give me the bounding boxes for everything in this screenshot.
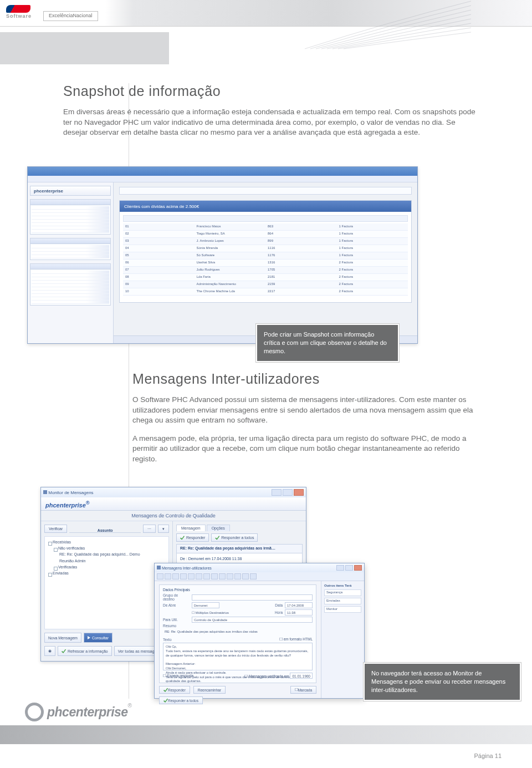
section2-paragraph1: O Software PHC Advanced possui um sistem… xyxy=(132,395,482,426)
excelencia-badge: ExcelênciaNacional xyxy=(43,11,98,21)
footer-logo: phcenterprise® xyxy=(25,703,132,721)
hora-field[interactable]: 11:38 xyxy=(285,609,313,616)
responder-todos-button[interactable]: Responder a todos xyxy=(159,696,203,704)
brand-phcenterprise: phcenterprise xyxy=(30,186,111,196)
table-row[interactable]: 04Sónia Miranda11161 Factura xyxy=(123,245,408,252)
toolbar-btn[interactable]: ▾ xyxy=(158,525,169,533)
callout-snapshot: Pode criar um Snapshot com informação cr… xyxy=(256,324,399,362)
table-row[interactable]: 08Lda Faria21812 Factura xyxy=(123,274,408,281)
texto-field[interactable]: Olá Cp, Tudo bem, estava na esperança de… xyxy=(163,643,313,670)
table-row[interactable]: 07João Rodrigues17052 Factura xyxy=(123,267,408,274)
toolbar[interactable] xyxy=(155,572,364,581)
panel-title: Clientes com dívidas acima de 2.500€ xyxy=(120,201,411,212)
tree-nao-verificadas: Não verificadas xyxy=(53,545,166,551)
tree-item: Reunião Admin xyxy=(47,558,166,564)
de-field[interactable]: Demonet xyxy=(192,602,219,608)
tree-recebidas: Recebidas xyxy=(47,539,166,545)
reencaminhar-button[interactable]: Reencaminhar xyxy=(193,686,226,694)
section1-title: Snapshot de informação xyxy=(63,83,482,99)
section2-title: Mensagens Inter-utilizadores xyxy=(132,371,482,387)
page-number: Página 11 xyxy=(474,752,502,759)
message-subject: RE: Re: Qualidade das peças adquiridas a… xyxy=(176,544,303,553)
footer-stripe xyxy=(0,725,532,744)
table-row[interactable]: 09Administração Nascimento21592 Factura xyxy=(123,281,408,288)
para-field[interactable]: Controlo de Qualidade xyxy=(192,617,313,623)
tab-mensagem[interactable]: Mensagem xyxy=(176,525,206,531)
responder-button[interactable]: Responder xyxy=(159,686,190,694)
nova-mensagem-button[interactable]: Nova Mensagem xyxy=(44,633,81,643)
data-field[interactable]: 17.04.2008 xyxy=(285,602,313,608)
phc-logo: Software xyxy=(6,5,32,19)
icon-button[interactable]: ◉ xyxy=(44,646,55,656)
assunto-label: Assunto xyxy=(69,528,141,533)
tree-verificadas: Verificadas xyxy=(53,564,166,570)
section1-paragraph: Em diversas áreas é necessário que a inf… xyxy=(63,107,482,138)
tree-item: RE: Re: Qualidade das peças adquirid... … xyxy=(47,551,166,557)
tab-opcoes[interactable]: Opções xyxy=(207,525,230,531)
side-item[interactable]: Monitor xyxy=(324,606,361,613)
verificar-button[interactable]: Verificar xyxy=(44,525,67,533)
center-label: Mensagens de Controlo de Qualidade xyxy=(41,511,306,521)
screenshot-mensagens-inter-utilizadores: Mensagens Inter-utilizadores Dados Princ… xyxy=(154,563,365,699)
side-header: Outros itens Terá xyxy=(324,584,361,587)
window-title: Mensagens Inter-utilizadores xyxy=(162,566,212,570)
tree-enviadas: Enviadas xyxy=(47,570,166,576)
screenshot-snapshot-navegador: phcenterprise Clientes com dívidas acima… xyxy=(27,166,418,344)
side-item[interactable]: Enviadas xyxy=(324,598,361,604)
consultar-button[interactable]: Consultar xyxy=(84,633,112,643)
header-secondary-band xyxy=(0,32,169,64)
table-row[interactable]: 10The Chrome Machine Lda22172 Factura xyxy=(123,288,408,296)
table-row[interactable]: 06Uashat Silva13162 Factura xyxy=(123,260,408,267)
table-row[interactable]: 02Tiago Monteiro, SA8641 Factura xyxy=(123,231,408,238)
responder-button[interactable]: Responder xyxy=(176,533,209,542)
marcada-button[interactable]: ☐ Marcada xyxy=(290,686,316,694)
table-row[interactable]: 01Francisco Matos8631 Factura xyxy=(123,223,408,231)
resumo-field[interactable]: RE: Re: Qualidade das peças adquiridas a… xyxy=(163,629,313,635)
logo-subtext: Software xyxy=(6,14,32,19)
message-tree[interactable]: Recebidas Não verificadas RE: Re: Qualid… xyxy=(44,536,169,629)
side-item[interactable]: Segurança xyxy=(324,589,361,596)
refrescar-button[interactable]: Refrescar a informação xyxy=(58,646,112,656)
table-row[interactable]: 03J. Ambrosio Lopes8991 Factura xyxy=(123,238,408,245)
responder-todos-button[interactable]: Responder a todos xyxy=(211,533,258,542)
toolbar-btn[interactable]: ⋯ xyxy=(143,525,156,533)
window-title: Monitor de Mensagens xyxy=(48,490,93,495)
grupo-field[interactable] xyxy=(192,594,313,601)
section2: Mensagens Inter-utilizadores O Software … xyxy=(132,371,482,465)
brand-phcenterprise: phcenterprise xyxy=(45,502,86,508)
section2-paragraph2: A mensagem pode, ela própria, ter uma li… xyxy=(132,434,482,465)
table-row[interactable]: 05Só Software11761 Factura xyxy=(123,252,408,260)
window-buttons[interactable] xyxy=(272,489,304,496)
group-label: Dados Principais xyxy=(163,588,313,592)
callout-monitor: No navegador terá acesso ao Monitor de M… xyxy=(364,663,521,701)
